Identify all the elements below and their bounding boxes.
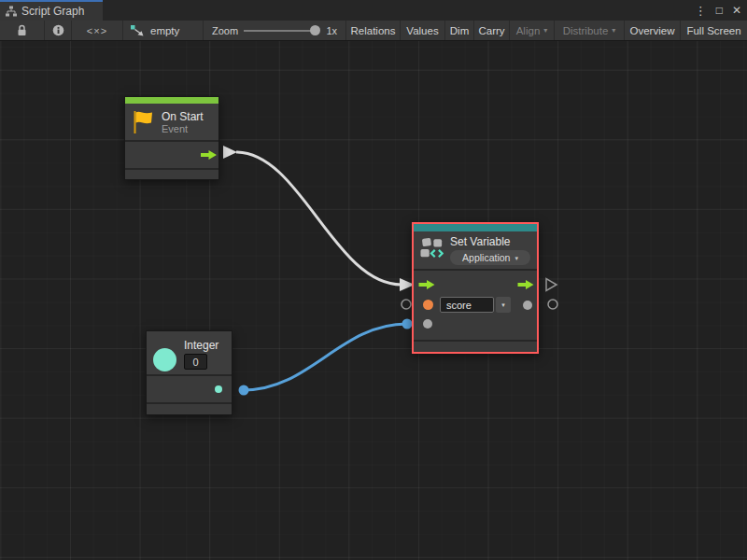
lock-icon [17, 24, 27, 36]
node-subtitle: Event [162, 123, 204, 134]
maximize-icon[interactable]: □ [716, 5, 723, 16]
value-output-port[interactable] [523, 301, 532, 310]
node-title: On Start [162, 110, 204, 123]
graph-toolbar: <×> empty Zoom 1x Relations Values Dim [0, 21, 747, 41]
wire-start-arrow-icon [223, 146, 237, 159]
window-menu-icon[interactable]: ⋮ [695, 5, 707, 17]
close-icon[interactable]: ✕ [732, 5, 741, 16]
zoom-value: 1x [326, 25, 337, 36]
zoom-label: Zoom [212, 25, 238, 36]
variable-name-field[interactable]: score [440, 297, 494, 313]
wire-value[interactable] [244, 324, 407, 390]
fullscreen-label: Full Screen [686, 25, 740, 36]
integer-value: 0 [192, 357, 198, 368]
dim-button[interactable]: Dim [445, 21, 474, 40]
value-output-outer-port[interactable] [548, 300, 557, 309]
titlebar: Script Graph ⋮ □ ✕ [0, 0, 747, 21]
control-output-outer-port[interactable] [546, 279, 557, 291]
visual-scripting-window: Script Graph ⋮ □ ✕ <×> [0, 0, 747, 560]
node-set-variable[interactable]: Set Variable Application ▾ score [412, 222, 539, 354]
set-variable-header: Set Variable Application ▾ [414, 231, 537, 269]
chevron-down-icon: ▾ [514, 255, 518, 261]
fullscreen-button[interactable]: Full Screen [681, 21, 747, 40]
wire-control-flow[interactable] [236, 152, 402, 285]
distribute-label: Distribute [563, 25, 609, 36]
lock-button[interactable] [0, 21, 45, 40]
node-footer [414, 342, 537, 352]
on-start-header: On Start Event [125, 104, 218, 140]
info-button[interactable] [45, 21, 72, 40]
scope-label: Application [462, 252, 510, 263]
event-color-bar [125, 97, 218, 104]
pointer-icon [131, 25, 145, 36]
integer-type-icon [153, 348, 176, 371]
chevron-down-icon: ▾ [612, 27, 615, 35]
zoom-slider-handle[interactable] [310, 25, 320, 35]
relations-label: Relations [351, 25, 396, 36]
dim-label: Dim [450, 25, 469, 36]
overview-button[interactable]: Overview [625, 21, 681, 40]
wire-layer [0, 41, 747, 560]
integer-value-field[interactable]: 0 [184, 354, 207, 370]
wire-value-start-dot [239, 385, 249, 396]
info-icon [52, 24, 64, 36]
node-footer [147, 404, 232, 414]
value-input-port[interactable] [423, 319, 432, 329]
zoom-slider-track [244, 30, 318, 32]
variables-icon [420, 236, 444, 260]
graph-canvas[interactable]: On Start Event [0, 41, 747, 560]
values-button[interactable]: Values [401, 21, 445, 40]
control-output-port[interactable] [201, 150, 217, 160]
node-footer [125, 170, 218, 179]
control-input-port[interactable] [418, 280, 435, 289]
chevron-down-icon: ▾ [543, 27, 547, 35]
align-button: Align ▾ [510, 21, 555, 40]
values-label: Values [406, 25, 438, 36]
control-output-port[interactable] [517, 280, 534, 289]
align-label: Align [516, 25, 541, 36]
integer-header: Integer 0 [147, 331, 232, 374]
flag-icon [133, 110, 153, 134]
zoom-control: Zoom 1x [204, 21, 346, 40]
variable-name-input-port[interactable] [423, 300, 433, 310]
selection-label: empty [150, 25, 179, 36]
value-input-outer-port[interactable] [402, 300, 411, 309]
on-start-port-row [125, 142, 218, 168]
integer-output-port[interactable] [215, 385, 222, 393]
node-title: Integer [184, 339, 218, 352]
node-integer[interactable]: Integer 0 [146, 330, 233, 415]
node-title: Set Variable [450, 235, 530, 248]
chevron-down-icon: ▾ [501, 301, 505, 308]
overview-label: Overview [630, 25, 675, 36]
integer-port-row [147, 376, 232, 402]
selection-indicator[interactable]: empty [123, 21, 204, 40]
variable-name-value: score [446, 300, 472, 311]
wire-value-end-dot [402, 319, 413, 329]
variable-name-dropdown-button[interactable]: ▾ [496, 297, 511, 313]
node-on-start[interactable]: On Start Event [124, 96, 219, 180]
code-view-label: <×> [87, 25, 107, 36]
carry-button[interactable]: Carry [474, 21, 510, 40]
relations-button[interactable]: Relations [346, 21, 401, 40]
tab-script-graph[interactable]: Script Graph [0, 0, 103, 21]
window-controls: ⋮ □ ✕ [695, 0, 741, 21]
distribute-button: Distribute ▾ [555, 21, 625, 40]
tab-title: Script Graph [21, 5, 84, 18]
variable-scope-dropdown[interactable]: Application ▾ [450, 250, 530, 265]
code-view-button[interactable]: <×> [72, 21, 123, 40]
carry-label: Carry [478, 25, 504, 36]
graph-icon [6, 6, 17, 17]
variables-color-bar [414, 224, 537, 231]
zoom-slider[interactable] [244, 21, 320, 41]
